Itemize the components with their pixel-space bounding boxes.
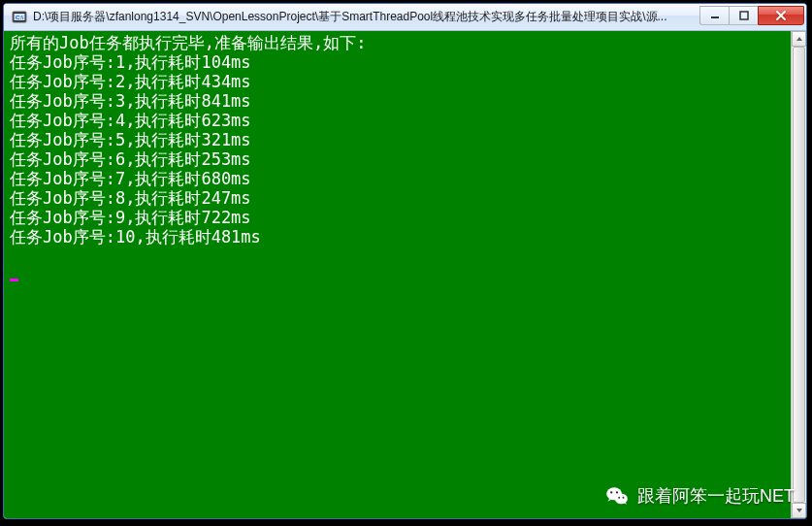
console-row: 任务Job序号:8,执行耗时247ms	[10, 188, 251, 208]
scroll-down-button[interactable]	[792, 503, 806, 518]
app-icon: C:\	[12, 10, 27, 25]
window-controls	[699, 6, 804, 25]
vertical-scrollbar[interactable]	[791, 31, 806, 518]
scroll-thumb[interactable]	[793, 47, 805, 503]
svg-rect-4	[740, 12, 748, 19]
svg-text:C:\: C:\	[16, 15, 23, 20]
maximize-button[interactable]	[729, 6, 758, 25]
scroll-track[interactable]	[792, 47, 806, 503]
titlebar[interactable]: C:\ D:\项目服务器\zfanlong1314_SVN\OpenLesson…	[4, 4, 806, 31]
console-row: 任务Job序号:2,执行耗时434ms	[10, 72, 251, 91]
console-row: 任务Job序号:9,执行耗时722ms	[10, 208, 251, 227]
window-title: D:\项目服务器\zfanlong1314_SVN\OpenLessonProj…	[33, 9, 694, 25]
console-row: 任务Job序号:4,执行耗时623ms	[10, 111, 251, 130]
console-row: 任务Job序号:6,执行耗时253ms	[10, 149, 251, 169]
svg-rect-3	[711, 16, 719, 18]
console-output[interactable]: 所有的Job任务都执行完毕,准备输出结果,如下: 任务Job序号:1,执行耗时1…	[4, 31, 791, 518]
console-header-line: 所有的Job任务都执行完毕,准备输出结果,如下:	[10, 33, 366, 52]
scroll-up-button[interactable]	[792, 31, 806, 47]
app-window: C:\ D:\项目服务器\zfanlong1314_SVN\OpenLesson…	[3, 3, 807, 519]
console-row: 任务Job序号:5,执行耗时321ms	[10, 130, 251, 149]
minimize-button[interactable]	[699, 6, 729, 25]
cursor	[10, 279, 18, 281]
close-button[interactable]	[758, 6, 804, 25]
console-row: 任务Job序号:7,执行耗时680ms	[10, 169, 251, 188]
console-area: 所有的Job任务都执行完毕,准备输出结果,如下: 任务Job序号:1,执行耗时1…	[4, 31, 806, 518]
console-row: 任务Job序号:3,执行耗时841ms	[10, 91, 251, 111]
console-row: 任务Job序号:1,执行耗时104ms	[10, 52, 251, 72]
console-row: 任务Job序号:10,执行耗时481ms	[10, 227, 261, 247]
